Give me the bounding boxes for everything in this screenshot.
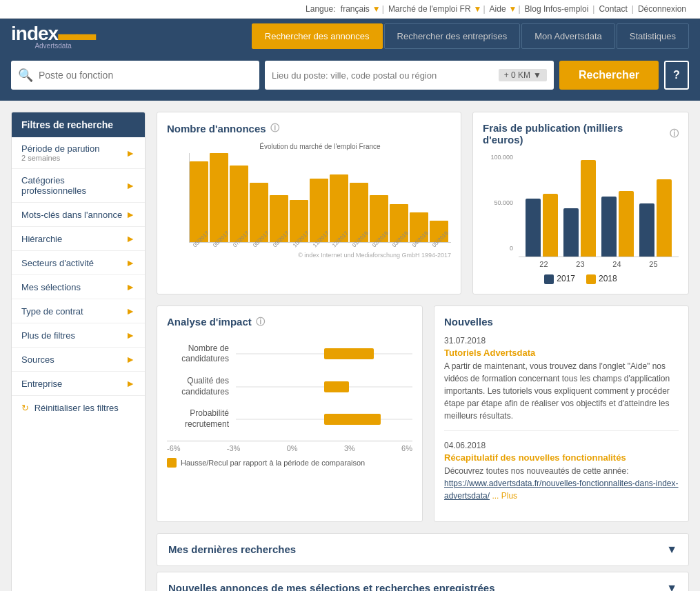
impact-label-qualite: Qualité des candidatures: [167, 376, 236, 397]
frais-bar-dark: [526, 199, 541, 257]
sidebar-item-secteurs-label: Secteurs d'activité: [21, 258, 94, 268]
logo-text: index▬▬: [11, 23, 95, 44]
sidebar-item-periode-sub: 2 semaines: [21, 154, 99, 162]
chevron-right-icon: ►: [126, 233, 135, 244]
reset-filters-button[interactable]: ↻ Réinitialiser les filtres: [12, 396, 145, 420]
collapsible-header-nouvelles-annonces[interactable]: Nouvelles annonces de mes sélections et …: [157, 572, 688, 591]
frais-chart-wrap: 100.000 50.000 0 22232425: [483, 154, 679, 268]
contact-link[interactable]: Contact: [599, 4, 627, 14]
impact-legend: Hausse/Recul par rapport à la période de…: [167, 458, 412, 468]
deconnexion-link[interactable]: Déconnexion: [638, 4, 686, 14]
frais-bar-dark: [601, 197, 617, 257]
aide-link[interactable]: Aide: [490, 4, 506, 14]
panel-frais-publication: Frais de publication (milliers d'euros) …: [472, 112, 689, 294]
frais-legend: 2017 2018: [483, 274, 679, 284]
legend-2018-box: [586, 274, 596, 284]
content-area: Nombre d'annonces ⓘ Évolution du marché …: [157, 112, 689, 591]
chevron-right-icon: ►: [126, 180, 135, 191]
content-mid-row: Analyse d'impact ⓘ Nombre de candidature…: [157, 305, 689, 522]
bar-chart: [189, 153, 451, 243]
chevron-right-icon: ►: [126, 281, 135, 292]
sidebar-item-plus-filtres[interactable]: Plus de filtres ►: [12, 323, 145, 348]
langue-dropdown[interactable]: ▼: [372, 4, 381, 14]
panel-nombre-annonces: Nombre d'annonces ⓘ Évolution du marché …: [157, 112, 461, 294]
frais-bar-dark: [639, 203, 654, 257]
impact-legend-box: [167, 458, 177, 468]
chevron-right-icon: ►: [126, 209, 135, 220]
location-input[interactable]: [272, 70, 499, 81]
info-icon-impact[interactable]: ⓘ: [256, 316, 265, 328]
sidebar-item-hierarchie[interactable]: Hiérarchie ►: [12, 227, 145, 251]
collapsible-header-recherches[interactable]: Mes dernières recherches ▼: [157, 534, 688, 565]
search-input[interactable]: [39, 70, 252, 81]
panel-nombre-annonces-title: Nombre d'annonces ⓘ: [167, 122, 451, 134]
news-title-1: Récapitulatif des nouvelles fonctionnali…: [444, 452, 626, 463]
location-km-selector[interactable]: + 0 KM ▼: [499, 69, 547, 81]
panel-frais-title: Frais de publication (milliers d'euros) …: [483, 122, 679, 146]
sidebar-item-entreprise[interactable]: Entreprise ►: [12, 372, 145, 396]
sidebar-title: Filtres de recherche: [12, 112, 145, 137]
impact-bar-fill: [324, 414, 381, 425]
news-more-1[interactable]: ... Plus: [492, 491, 517, 501]
chart-footer: © index Internet und Mediaforschung GmbH…: [189, 252, 451, 259]
news-link-1[interactable]: https://www.advertsdata.fr/nouvelles-fon…: [444, 479, 679, 501]
langue-link[interactable]: français: [341, 4, 370, 14]
sidebar-item-categories[interactable]: Catégories professionnelles ►: [12, 169, 145, 203]
impact-row-recrutement: Probabilité recrutement: [167, 408, 412, 430]
news-title-0: Tutoriels Advertsdata: [444, 348, 535, 358]
sidebar: Filtres de recherche Période de parution…: [11, 112, 146, 591]
marche-link[interactable]: Marché de l'emploi FR: [388, 4, 471, 14]
sidebar-item-sources[interactable]: Sources ►: [12, 348, 145, 372]
sidebar-item-hierarchie-label: Hiérarchie: [21, 234, 62, 244]
chevron-right-icon: ►: [126, 257, 135, 268]
sidebar-item-plus-filtres-label: Plus de filtres: [21, 330, 75, 341]
impact-label-recrutement: Probabilité recrutement: [167, 408, 236, 430]
tab-mon-advertsdata[interactable]: Mon Advertsdata: [521, 23, 615, 49]
sidebar-item-sources-label: Sources: [21, 354, 54, 365]
impact-x-axis: -6% -3% 0% 3% 6%: [167, 441, 412, 452]
impact-bar-fill: [324, 381, 349, 392]
news-body-1: Découvrez toutes nos nouveautés de cette…: [444, 465, 679, 502]
news-item-1: 04.06.2018 Récapitulatif des nouvelles f…: [444, 441, 679, 502]
aide-dropdown[interactable]: ▼: [509, 4, 517, 14]
tab-entreprises[interactable]: Rechercher des entreprises: [384, 23, 521, 49]
main-tabs: Rechercher des annonces Rechercher des e…: [252, 23, 689, 49]
marche-dropdown[interactable]: ▼: [474, 4, 482, 14]
news-date-1: 04.06.2018: [444, 441, 679, 450]
sidebar-item-mots-cles[interactable]: Mots-clés dans l'annonce ►: [12, 203, 145, 227]
frais-bar-orange: [543, 194, 558, 257]
collapsible-title-recherches: Mes dernières recherches: [168, 543, 296, 555]
help-button[interactable]: ?: [664, 61, 689, 90]
chart-title: Évolution du marché de l'emploi France: [189, 143, 451, 150]
panel-analyse-impact: Analyse d'impact ⓘ Nombre de candidature…: [157, 305, 423, 522]
sidebar-item-periode[interactable]: Période de parution 2 semaines ►: [12, 137, 145, 169]
bottom-sections: Mes dernières recherches ▼ Nouvelles ann…: [157, 533, 689, 591]
sidebar-item-type-contrat[interactable]: Type de contrat ►: [12, 299, 145, 323]
sidebar-item-type-contrat-label: Type de contrat: [21, 306, 83, 317]
content-top-row: Nombre d'annonces ⓘ Évolution du marché …: [157, 112, 689, 294]
info-icon[interactable]: ⓘ: [270, 122, 279, 134]
sidebar-item-selections[interactable]: Mes sélections ►: [12, 275, 145, 299]
sidebar-item-secteurs[interactable]: Secteurs d'activité ►: [12, 251, 145, 275]
frais-bar-chart: [519, 154, 679, 257]
collapsible-dernieres-recherches: Mes dernières recherches ▼: [157, 533, 689, 566]
blog-link[interactable]: Blog Infos-emploi: [525, 4, 589, 14]
sidebar-item-selections-label: Mes sélections: [21, 282, 81, 292]
top-navigation: Langue: français ▼ | Marché de l'emploi …: [0, 0, 700, 19]
info-icon-frais[interactable]: ⓘ: [670, 128, 679, 140]
impact-bar-recrutement: [236, 411, 412, 428]
frais-bar-orange: [657, 179, 672, 257]
impact-row-qualite: Qualité des candidatures: [167, 376, 412, 397]
frais-bar-orange: [619, 191, 634, 257]
frais-bar-orange: [581, 160, 596, 257]
chevron-right-icon: ►: [126, 148, 135, 159]
tab-statistiques[interactable]: Statistiques: [617, 23, 689, 49]
logo-area: index▬▬ Advertsdata: [11, 23, 95, 50]
sidebar-item-periode-label: Période de parution: [21, 143, 99, 154]
impact-label-candidatures: Nombre de candidatures: [167, 343, 236, 365]
impact-bar-fill: [324, 348, 374, 359]
tab-annonces[interactable]: Rechercher des annonces: [252, 23, 383, 49]
search-icon: 🔍: [18, 68, 33, 83]
search-button[interactable]: Rechercher: [559, 61, 659, 90]
impact-bar-candidatures: [236, 345, 412, 362]
